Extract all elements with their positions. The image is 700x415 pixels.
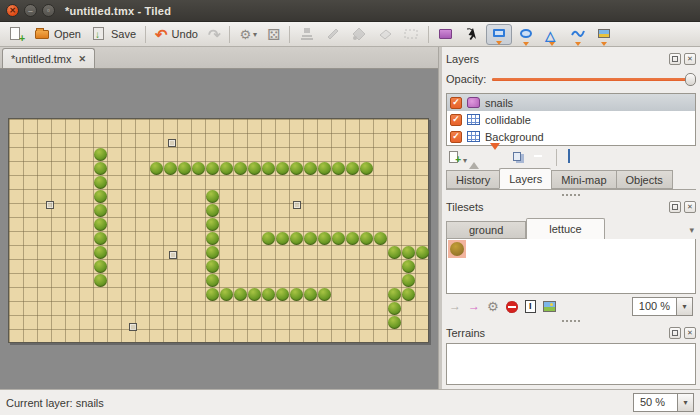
undo-button[interactable]: ↶ Undo xyxy=(151,24,202,45)
float-panel-icon[interactable] xyxy=(669,201,681,213)
lettuce-tile xyxy=(416,246,429,259)
terrains-panel-title: Terrains xyxy=(446,327,666,339)
rect-select-icon xyxy=(403,26,419,42)
new-layer-button[interactable]: + ▾ xyxy=(448,150,463,165)
right-panel: Layers ✕ Opacity: ✓snails✓collidable✓Bac… xyxy=(442,47,700,389)
tab-close-icon[interactable]: ✕ xyxy=(79,54,87,64)
lettuce-tile xyxy=(192,162,205,175)
float-panel-icon[interactable] xyxy=(669,53,681,65)
open-button[interactable]: Open xyxy=(30,24,85,45)
toolbar-separator xyxy=(428,26,429,43)
insert-polygon-button[interactable]: △ xyxy=(540,24,564,45)
tileset-tab-lettuce[interactable]: lettuce xyxy=(526,218,604,239)
redo-button[interactable]: ↷ xyxy=(204,24,225,45)
lettuce-tile xyxy=(374,232,387,245)
dock-tab-mini-map[interactable]: Mini-map xyxy=(551,170,615,189)
stamp-brush-button[interactable] xyxy=(295,24,319,45)
tile-layer-icon xyxy=(467,114,480,125)
map-view[interactable] xyxy=(0,69,438,389)
new-file-button[interactable]: + xyxy=(4,24,28,45)
layer-row-background[interactable]: ✓Background xyxy=(447,128,695,145)
insert-polyline-button[interactable] xyxy=(566,24,590,45)
layer-list: ✓snails✓collidable✓Background xyxy=(446,93,696,146)
lower-layer-button[interactable] xyxy=(490,150,505,165)
lettuce-tile xyxy=(206,232,219,245)
edit-terrain-icon[interactable]: I xyxy=(525,300,536,313)
close-panel-icon[interactable]: ✕ xyxy=(684,201,696,213)
bucket-fill-button[interactable] xyxy=(347,24,371,45)
save-button[interactable]: ↓ Save xyxy=(87,24,140,45)
remove-layer-button[interactable] xyxy=(532,150,547,165)
insert-rectangle-button[interactable] xyxy=(486,24,512,45)
lettuce-tile xyxy=(234,162,247,175)
window-close-button[interactable]: ✕ xyxy=(6,4,19,17)
close-panel-icon[interactable]: ✕ xyxy=(684,53,696,65)
close-panel-icon[interactable]: ✕ xyxy=(684,327,696,339)
tilesets-dock-header: Tilesets ✕ xyxy=(446,198,696,215)
layer-visibility-checkbox[interactable]: ✓ xyxy=(450,114,462,126)
automap-button[interactable]: ⚙ ▾ xyxy=(235,24,261,45)
import-tileset-icon[interactable]: → xyxy=(449,300,461,312)
float-panel-icon[interactable] xyxy=(669,327,681,339)
terrains-list[interactable] xyxy=(446,343,696,385)
chevron-down-icon[interactable]: ▾ xyxy=(676,297,693,316)
select-objects-button[interactable] xyxy=(460,24,484,45)
map-object-marker[interactable] xyxy=(169,251,177,259)
lettuce-tile xyxy=(220,288,233,301)
dock-tab-objects[interactable]: Objects xyxy=(616,170,673,189)
new-tileset-image-icon[interactable] xyxy=(543,301,556,312)
splitter-grip[interactable] xyxy=(562,192,580,197)
insert-ellipse-button[interactable] xyxy=(514,24,538,45)
random-mode-button[interactable]: ⚄ xyxy=(263,24,284,45)
map-object-marker[interactable] xyxy=(129,323,137,331)
map-canvas[interactable] xyxy=(8,118,429,343)
highlight-layer-button[interactable] xyxy=(566,150,581,165)
window-maximize-button[interactable]: ▫ xyxy=(42,4,55,17)
lettuce-tile xyxy=(206,246,219,259)
export-tileset-icon[interactable]: → xyxy=(468,300,480,312)
map-object-marker[interactable] xyxy=(46,201,54,209)
lettuce-tile xyxy=(94,260,107,273)
layer-visibility-checkbox[interactable]: ✓ xyxy=(450,131,462,143)
lettuce-tile xyxy=(290,232,303,245)
main-toolbar: + Open ↓ Save ↶ Undo ↷ ⚙ ▾ ⚄ xyxy=(0,22,700,47)
window-title: *untitled.tmx - Tiled xyxy=(65,5,171,17)
tileset-tab-ground[interactable]: ground xyxy=(446,221,526,239)
map-object-marker[interactable] xyxy=(168,139,176,147)
opacity-slider[interactable] xyxy=(492,72,696,86)
splitter-grip[interactable] xyxy=(562,318,580,323)
map-zoom-combo[interactable]: 50 % ▾ xyxy=(633,393,694,412)
remove-tileset-icon[interactable] xyxy=(506,301,518,313)
map-object-marker[interactable] xyxy=(293,201,301,209)
dock-tab-history[interactable]: History xyxy=(446,170,499,189)
chevron-down-icon[interactable]: ▾ xyxy=(677,393,694,412)
tileset-zoom-combo[interactable]: 100 % ▾ xyxy=(632,297,693,316)
lettuce-tile xyxy=(388,316,401,329)
dock-tab-layers[interactable]: Layers xyxy=(499,168,551,189)
lettuce-tile xyxy=(206,260,219,273)
lettuce-tile xyxy=(346,232,359,245)
lettuce-tile xyxy=(318,232,331,245)
eraser-button[interactable] xyxy=(373,24,397,45)
opacity-slider-handle[interactable] xyxy=(685,73,696,86)
polyline-shape-icon xyxy=(570,26,586,42)
layer-row-snails[interactable]: ✓snails xyxy=(447,94,695,111)
tileset-view[interactable] xyxy=(446,239,696,294)
tileset-properties-gear-icon[interactable]: ⚙ xyxy=(487,300,499,313)
raise-layer-button[interactable] xyxy=(469,150,484,165)
titlebar: ✕ – ▫ *untitled.tmx - Tiled xyxy=(0,0,700,22)
current-layer-status: Current layer: snails xyxy=(6,397,104,409)
layer-row-collidable[interactable]: ✓collidable xyxy=(447,111,695,128)
lettuce-tile xyxy=(248,162,261,175)
duplicate-layer-button[interactable] xyxy=(511,150,526,165)
new-object-group-button[interactable] xyxy=(434,24,458,45)
window-minimize-button[interactable]: – xyxy=(24,4,37,17)
rect-select-button[interactable] xyxy=(399,24,423,45)
layers-panel-title: Layers xyxy=(446,53,666,65)
layer-visibility-checkbox[interactable]: ✓ xyxy=(450,97,462,109)
terrain-brush-button[interactable] xyxy=(321,24,345,45)
tab-untitled-tmx[interactable]: *untitled.tmx ✕ xyxy=(2,48,95,68)
selected-tile[interactable] xyxy=(448,240,466,258)
insert-tile-object-button[interactable] xyxy=(592,24,616,45)
tileset-tab-dropdown-icon[interactable]: ▾ xyxy=(689,225,694,235)
